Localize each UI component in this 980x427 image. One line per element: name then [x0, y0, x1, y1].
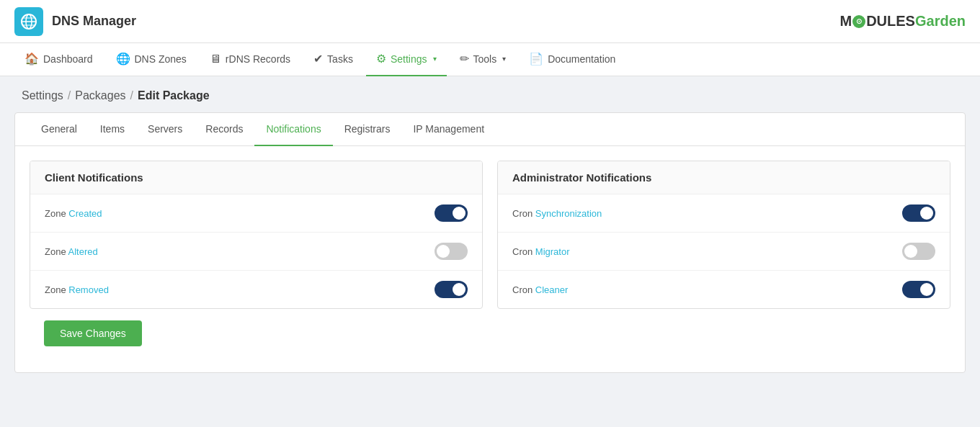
notif-row-cron-sync: Cron Synchronization: [498, 194, 950, 233]
breadcrumb-sep-1: /: [68, 89, 71, 102]
nav-dashboard-label: Dashboard: [43, 53, 93, 65]
zone-altered-slider: [435, 243, 468, 260]
tab-items[interactable]: Items: [89, 113, 136, 146]
nav-rdns-records-label: rDNS Records: [226, 53, 290, 65]
cron-cleaner-label: Cron Cleaner: [512, 284, 568, 295]
tools-dropdown-icon: ▾: [502, 55, 506, 63]
zone-removed-toggle[interactable]: [435, 281, 468, 298]
cron-migrator-slider: [902, 243, 935, 260]
cron-migrator-label: Cron Migrator: [512, 246, 569, 257]
zone-altered-label: Zone Altered: [45, 246, 98, 257]
nav-dashboard[interactable]: 🏠 Dashboard: [14, 43, 103, 76]
notifications-grid: Client Notifications Zone Created Zone A…: [30, 161, 950, 309]
cron-cleaner-colored: Cleaner: [535, 284, 569, 295]
nav-tasks[interactable]: ✔ Tasks: [303, 43, 363, 76]
notif-row-zone-altered: Zone Altered: [30, 233, 482, 271]
cron-sync-colored: Synchronization: [535, 208, 602, 219]
nav-documentation[interactable]: 📄 Documentation: [519, 43, 625, 76]
client-notifications-header: Client Notifications: [30, 161, 482, 194]
tab-registrars[interactable]: Registrars: [333, 113, 402, 146]
nav-rdns-records[interactable]: 🖥 rDNS Records: [200, 43, 300, 76]
admin-notifications-body: Cron Synchronization Cron Migrator: [498, 194, 950, 308]
breadcrumb-sep-2: /: [130, 89, 133, 102]
globe-icon: 🌐: [116, 52, 130, 66]
main-content: General Items Servers Records Notificati…: [0, 112, 980, 387]
gear-icon: ⚙: [376, 52, 386, 66]
notif-row-zone-created: Zone Created: [30, 194, 482, 233]
app-logo-icon: [14, 7, 43, 36]
client-notifications-body: Zone Created Zone Altered: [30, 194, 482, 308]
nav-documentation-label: Documentation: [548, 53, 615, 65]
tab-content-notifications: Client Notifications Zone Created Zone A…: [15, 146, 965, 372]
notif-row-zone-removed: Zone Removed: [30, 271, 482, 308]
zone-created-label: Zone Created: [45, 208, 102, 219]
zone-created-colored: Created: [68, 208, 102, 219]
main-card: General Items Servers Records Notificati…: [14, 112, 966, 373]
cron-cleaner-toggle[interactable]: [902, 281, 935, 298]
brand-circle-icon: ⊙: [852, 15, 865, 28]
tab-records[interactable]: Records: [194, 113, 254, 146]
zone-altered-toggle[interactable]: [435, 243, 468, 260]
admin-notifications-header: Administrator Notifications: [498, 161, 950, 194]
cron-sync-label: Cron Synchronization: [512, 208, 602, 219]
breadcrumb-packages[interactable]: Packages: [75, 89, 125, 102]
cron-migrator-colored: Migrator: [535, 246, 570, 257]
nav-tools-label: Tools: [473, 53, 497, 65]
save-changes-button[interactable]: Save Changes: [44, 320, 142, 346]
nav-dns-zones-label: DNS Zones: [135, 53, 187, 65]
main-nav: 🏠 Dashboard 🌐 DNS Zones 🖥 rDNS Records ✔…: [0, 43, 980, 76]
doc-icon: 📄: [529, 52, 543, 66]
brand-logo: M ⊙ DULES Garden: [840, 13, 966, 30]
tab-notifications[interactable]: Notifications: [254, 113, 332, 146]
header: DNS Manager M ⊙ DULES Garden: [0, 0, 980, 43]
breadcrumb-settings[interactable]: Settings: [22, 89, 63, 102]
app-title: DNS Manager: [52, 14, 136, 29]
cron-sync-slider: [902, 204, 935, 222]
nav-settings-label: Settings: [391, 53, 427, 65]
cron-migrator-toggle[interactable]: [902, 243, 935, 260]
brand-m: M: [840, 13, 852, 30]
tab-bar: General Items Servers Records Notificati…: [15, 113, 965, 146]
pencil-icon: ✏: [460, 52, 469, 66]
nav-dns-zones[interactable]: 🌐 DNS Zones: [106, 43, 197, 76]
breadcrumb: Settings / Packages / Edit Package: [22, 89, 958, 102]
server-icon: 🖥: [210, 53, 221, 66]
check-icon: ✔: [313, 52, 323, 66]
breadcrumb-bar: Settings / Packages / Edit Package: [0, 76, 980, 112]
client-notifications-panel: Client Notifications Zone Created Zone A…: [30, 161, 483, 309]
zone-removed-slider: [435, 281, 468, 298]
home-icon: 🏠: [24, 52, 39, 66]
tab-servers[interactable]: Servers: [136, 113, 194, 146]
brand-odules: DULES: [866, 13, 915, 30]
brand-garden: Garden: [915, 13, 966, 30]
zone-created-slider: [435, 204, 468, 222]
notif-row-cron-migrator: Cron Migrator: [498, 233, 950, 271]
save-section: Save Changes: [30, 309, 950, 358]
admin-notifications-panel: Administrator Notifications Cron Synchro…: [497, 161, 950, 309]
tab-general[interactable]: General: [30, 113, 89, 146]
zone-altered-colored: Altered: [68, 246, 98, 257]
zone-removed-colored: Removed: [68, 284, 109, 295]
breadcrumb-edit-package: Edit Package: [138, 89, 210, 102]
notif-row-cron-cleaner: Cron Cleaner: [498, 271, 950, 308]
tab-ip-management[interactable]: IP Management: [401, 113, 496, 146]
cron-cleaner-slider: [902, 281, 935, 298]
nav-settings[interactable]: ⚙ Settings ▾: [366, 43, 447, 76]
header-left: DNS Manager: [14, 7, 136, 36]
nav-tasks-label: Tasks: [327, 53, 353, 65]
zone-created-toggle[interactable]: [435, 204, 468, 222]
cron-sync-toggle[interactable]: [902, 204, 935, 222]
nav-tools[interactable]: ✏ Tools ▾: [450, 43, 517, 76]
zone-removed-label: Zone Removed: [45, 284, 109, 295]
settings-dropdown-icon: ▾: [433, 55, 437, 63]
